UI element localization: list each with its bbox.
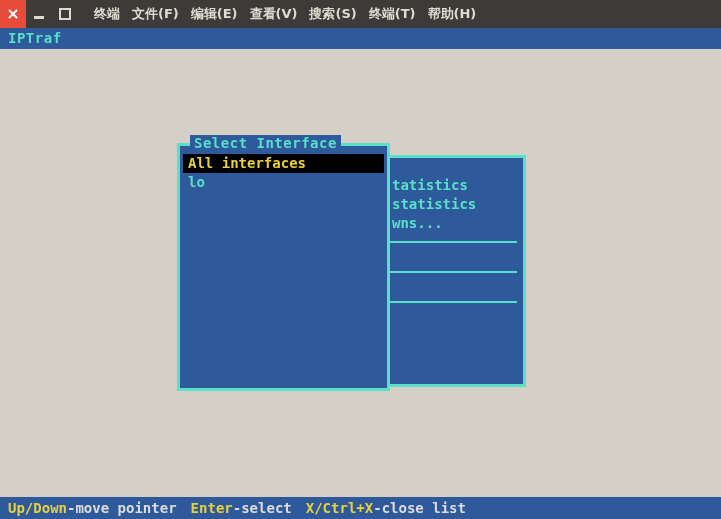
menu-edit[interactable]: 编辑(E) [185,0,244,28]
hint-text-move: -move pointer [67,500,177,516]
menu-search[interactable]: 搜索(S) [303,0,362,28]
svg-rect-0 [34,16,44,19]
hint-text-select: -select [233,500,292,516]
window-maximize-button[interactable] [52,0,78,28]
menu-view[interactable]: 查看(V) [244,0,304,28]
interface-item-lo[interactable]: lo [180,173,387,192]
interface-list: All interfaces lo [180,146,387,192]
menu-terminal[interactable]: 终端 [88,0,126,28]
menu-separator [388,271,517,273]
hint-key-close: X/Ctrl+X [306,500,373,516]
window-controls [0,0,78,28]
hint-text-close: -close list [373,500,466,516]
maximize-icon [59,8,71,20]
menu-bar: 终端 文件(F) 编辑(E) 查看(V) 搜索(S) 终端(T) 帮助(H) [88,0,482,28]
minimize-icon [33,8,45,20]
status-bar: Up/Down -move pointer Enter -select X/Ct… [0,497,721,519]
main-menu-line: statistics [392,195,517,214]
menu-terminal2[interactable]: 终端(T) [363,0,422,28]
app-title: IPTraf [8,30,62,46]
main-menu-fragment: tatistics statistics wns... [388,155,526,387]
menu-separator [388,301,517,303]
hint-key-enter: Enter [191,500,233,516]
svg-rect-1 [60,9,70,19]
window-titlebar: 终端 文件(F) 编辑(E) 查看(V) 搜索(S) 终端(T) 帮助(H) [0,0,721,28]
menu-separator [388,241,517,243]
window-close-button[interactable] [0,0,26,28]
select-interface-dialog: Select Interface All interfaces lo [177,143,390,391]
interface-item-all[interactable]: All interfaces [183,154,384,173]
app-title-bar: IPTraf [0,28,721,49]
close-icon [8,9,18,19]
menu-help[interactable]: 帮助(H) [422,0,483,28]
main-menu-line: wns... [392,214,517,233]
window-minimize-button[interactable] [26,0,52,28]
hint-key-updown: Up/Down [8,500,67,516]
dialog-title: Select Interface [190,135,341,151]
main-menu-line: tatistics [392,176,517,195]
menu-file[interactable]: 文件(F) [126,0,185,28]
terminal-body: tatistics statistics wns... Select Inter… [0,49,721,496]
